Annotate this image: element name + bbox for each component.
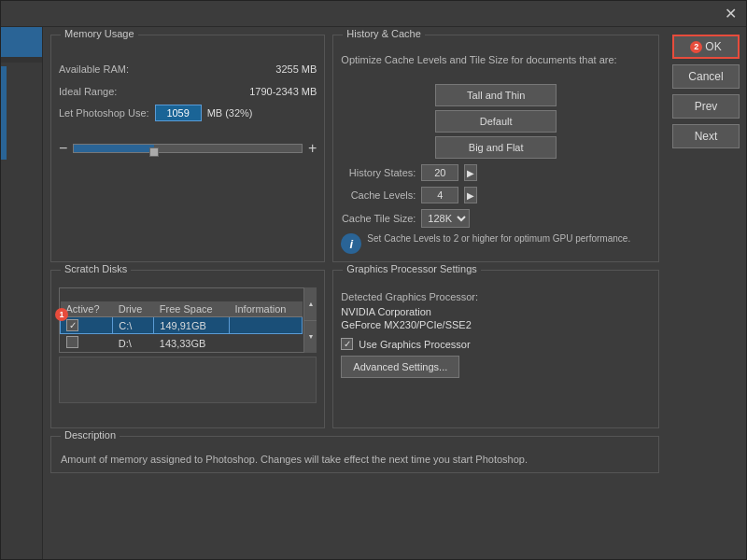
- scratch-disks-panel: Scratch Disks 1 Active? Drive Free Space: [50, 270, 325, 428]
- history-states-arrow-button[interactable]: ▶: [464, 164, 477, 181]
- history-panel-title: History & Cache: [343, 28, 424, 39]
- ok-badge: 2: [690, 41, 702, 53]
- ideal-range-row: Ideal Range: 1790-2343 MB: [59, 86, 317, 97]
- scratch-table-scroll[interactable]: Active? Drive Free Space Information ✓: [59, 287, 317, 353]
- graphics-panel-title: Graphics Processor Settings: [343, 263, 480, 274]
- memory-input[interactable]: [155, 105, 202, 121]
- row2-free-space: 143,33GB: [154, 334, 230, 353]
- graphics-panel: Graphics Processor Settings Detected Gra…: [332, 270, 659, 428]
- available-ram-label: Available RAM:: [59, 63, 129, 75]
- top-row: Memory Usage Available RAM: 3255 MB Idea…: [50, 35, 659, 262]
- col-drive: Drive: [113, 301, 154, 317]
- use-gpu-label: Use Graphics Processor: [359, 339, 470, 350]
- main-content: Memory Usage Available RAM: 3255 MB Idea…: [43, 27, 667, 559]
- detected-gpu-label: Detected Graphics Processor:: [341, 291, 651, 302]
- big-and-flat-button[interactable]: Big and Flat: [435, 136, 557, 159]
- row2-checkbox[interactable]: [66, 336, 78, 348]
- row1-free-space: 149,91GB: [154, 317, 230, 334]
- row1-checkbox[interactable]: ✓: [66, 319, 78, 331]
- action-buttons: 2OK Cancel Prev Next: [667, 27, 746, 559]
- memory-panel-title: Memory Usage: [61, 28, 138, 39]
- scroll-up-button[interactable]: ▲: [304, 287, 317, 321]
- advanced-settings-button[interactable]: Advanced Settings...: [341, 356, 459, 378]
- history-states-label: History States:: [341, 167, 416, 178]
- scratch-panel-title: Scratch Disks: [61, 263, 131, 274]
- cache-tile-size-row: Cache Tile Size: 128K: [341, 209, 651, 228]
- bottom-row: Scratch Disks 1 Active? Drive Free Space: [50, 270, 659, 428]
- row2-drive: D:\: [113, 334, 154, 353]
- scratch-disk-badge: 1: [55, 308, 68, 321]
- sidebar: [1, 27, 43, 559]
- let-use-suffix: MB (32%): [207, 107, 253, 119]
- row1-drive: C:\: [113, 317, 154, 334]
- title-bar: ✕: [1, 1, 746, 27]
- col-free-space: Free Space: [154, 301, 230, 317]
- col-information: Information: [229, 301, 302, 317]
- memory-slider-track[interactable]: [73, 144, 303, 153]
- slider-fill: [74, 145, 153, 152]
- sidebar-scroll: [1, 66, 7, 160]
- table-scrollbar: ▲ ▼: [303, 287, 317, 353]
- row1-info: [229, 317, 302, 334]
- tall-and-thin-button[interactable]: Tall and Thin: [435, 84, 557, 106]
- cancel-button[interactable]: Cancel: [672, 64, 740, 89]
- description-text: Amount of memory assigned to Photoshop. …: [61, 454, 649, 465]
- default-button[interactable]: Default: [435, 110, 557, 133]
- cache-levels-label: Cache Levels:: [341, 189, 416, 201]
- cache-levels-arrow-button[interactable]: ▶: [464, 187, 477, 203]
- graphics-content: Detected Graphics Processor: NVIDIA Corp…: [341, 291, 651, 378]
- description-panel: Description Amount of memory assigned to…: [50, 436, 659, 473]
- available-ram-value: 3255 MB: [275, 63, 317, 75]
- history-description: Optimize Cache Levels and Tile Size for …: [341, 54, 651, 65]
- history-states-row: History States: ▶: [341, 164, 651, 181]
- preferences-dialog: ✕ Memory Usage Available RAM: 3255 MB: [0, 0, 747, 560]
- ideal-range-value: 1790-2343 MB: [249, 86, 317, 97]
- history-states-input[interactable]: [421, 164, 458, 181]
- next-button[interactable]: Next: [672, 124, 740, 148]
- info-icon: i: [341, 233, 361, 254]
- cache-buttons: Tall and Thin Default Big and Flat: [341, 84, 651, 159]
- let-use-label: Let Photoshop Use:: [59, 107, 149, 119]
- scratch-table: Active? Drive Free Space Information ✓: [60, 301, 303, 352]
- history-panel: History & Cache Optimize Cache Levels an…: [332, 35, 659, 262]
- ok-button[interactable]: 2OK: [672, 35, 740, 59]
- sidebar-item-performance[interactable]: [1, 27, 42, 57]
- cache-tile-size-label: Cache Tile Size:: [341, 213, 416, 224]
- use-gpu-row: ✓ Use Graphics Processor: [341, 338, 651, 350]
- prev-button[interactable]: Prev: [672, 94, 740, 119]
- description-title: Description: [61, 429, 120, 441]
- let-photoshop-row: Let Photoshop Use: MB (32%): [59, 105, 317, 121]
- cache-levels-input[interactable]: [421, 187, 458, 203]
- row2-active: [61, 334, 113, 353]
- row1-active: ✓: [61, 317, 113, 334]
- scratch-empty-area: [59, 357, 317, 403]
- table-row[interactable]: D:\ 143,33GB: [61, 334, 303, 353]
- ideal-range-label: Ideal Range:: [59, 86, 117, 97]
- dialog-body: Memory Usage Available RAM: 3255 MB Idea…: [1, 27, 746, 559]
- row2-info: [229, 334, 302, 353]
- cache-levels-row: Cache Levels: ▶: [341, 187, 651, 203]
- table-row[interactable]: ✓ C:\ 149,91GB: [61, 317, 303, 334]
- cache-tile-dropdown-row: 128K: [421, 209, 470, 228]
- slider-plus-button[interactable]: +: [308, 140, 317, 157]
- scroll-down-button[interactable]: ▼: [304, 321, 317, 354]
- gpu-note-text: Set Cache Levels to 2 or higher for opti…: [367, 233, 630, 254]
- memory-slider-container: − +: [59, 140, 317, 157]
- close-button[interactable]: ✕: [722, 6, 739, 22]
- available-ram-row: Available RAM: 3255 MB: [59, 63, 317, 75]
- gpu-model: GeForce MX230/PCIe/SSE2: [341, 319, 651, 330]
- use-gpu-checkbox[interactable]: ✓: [341, 338, 353, 350]
- slider-handle[interactable]: [149, 147, 159, 157]
- cache-tile-size-select[interactable]: 128K: [421, 209, 470, 228]
- gpu-vendor: NVIDIA Corporation: [341, 306, 651, 317]
- gpu-note: i Set Cache Levels to 2 or higher for op…: [341, 233, 651, 254]
- slider-minus-button[interactable]: −: [59, 140, 67, 157]
- memory-panel: Memory Usage Available RAM: 3255 MB Idea…: [50, 35, 325, 262]
